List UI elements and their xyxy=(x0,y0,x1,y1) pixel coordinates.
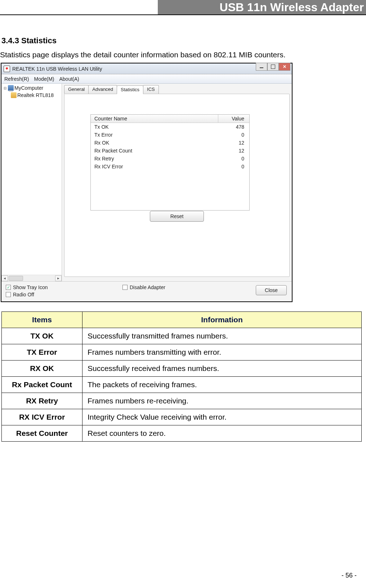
computer-icon xyxy=(8,85,14,91)
scroll-left-icon[interactable]: ◄ xyxy=(1,275,8,281)
tab-advanced[interactable]: Advanced xyxy=(88,85,117,94)
info-row: RX RetryFrames numbers re-receiving. xyxy=(2,393,362,409)
counter-row: Tx OK478 xyxy=(91,123,249,131)
counter-name: Rx Packet Count xyxy=(91,148,218,154)
info-row: TX OKSuccessfully transmitted frames num… xyxy=(2,328,362,344)
info-description: Successfully transmitted frames numbers. xyxy=(82,328,362,344)
counter-row: Rx OK12 xyxy=(91,139,249,147)
counter-name: Tx Error xyxy=(91,132,218,138)
info-item: TX Error xyxy=(2,344,82,361)
tab-statistics[interactable]: Statistics xyxy=(117,85,143,94)
section-heading: 3.4.3 Statistics xyxy=(0,36,366,45)
tab-ics[interactable]: ICS xyxy=(143,85,159,94)
minimize-button[interactable] xyxy=(256,63,267,71)
info-item: RX OK xyxy=(2,361,82,377)
counter-row: Rx ICV Error0 xyxy=(91,163,249,171)
counter-value: 0 xyxy=(218,164,249,169)
page-number: - 56 - xyxy=(342,572,357,579)
info-description: The packets of receiving frames. xyxy=(82,377,362,393)
info-item: TX OK xyxy=(2,328,82,344)
tree-collapse-icon[interactable]: ⊟ xyxy=(3,86,7,90)
checkbox-label: Disable Adapter xyxy=(130,284,165,290)
counter-table: Counter Name Value Tx OK478 Tx Error0 Rx… xyxy=(90,114,250,211)
info-description: Successfully received frames numbers. xyxy=(82,361,362,377)
window-close-button[interactable] xyxy=(279,63,290,71)
info-row: Reset CounterReset counters to zero. xyxy=(2,425,362,442)
info-row: TX ErrorFrames numbers transmitting with… xyxy=(2,344,362,361)
reset-button[interactable]: Reset xyxy=(150,211,204,222)
info-row: RX OKSuccessfully received frames number… xyxy=(2,361,362,377)
statistics-panel: Counter Name Value Tx OK478 Tx Error0 Rx… xyxy=(64,94,290,277)
info-item: RX Retry xyxy=(2,393,82,409)
checkbox-radio-off[interactable]: Radio Off xyxy=(6,292,48,297)
checkbox-icon[interactable] xyxy=(122,285,128,290)
section-description: Statistics page displays the detail coun… xyxy=(0,50,366,59)
info-header-items: Items xyxy=(2,312,82,328)
tree-item-adapter[interactable]: Realtek RTL818 xyxy=(3,92,62,99)
counter-table-header: Counter Name Value xyxy=(91,115,249,123)
info-item: Rx Packet Count xyxy=(2,377,82,393)
info-table: Items Information TX OKSuccessfully tran… xyxy=(1,311,362,442)
footer-bar: ✓ Show Tray Icon Radio Off Disable Adapt… xyxy=(1,281,292,301)
info-description: Integrity Check Value receiving with err… xyxy=(82,409,362,425)
scroll-right-icon[interactable]: ► xyxy=(55,275,62,281)
counter-row: Rx Packet Count12 xyxy=(91,147,249,155)
counter-value: 0 xyxy=(218,156,249,162)
counter-value: 0 xyxy=(218,132,249,138)
checkbox-label: Show Tray Icon xyxy=(13,284,48,290)
counter-name: Rx OK xyxy=(91,140,218,146)
window-titlebar[interactable]: REALTEK 11n USB Wireless LAN Utility xyxy=(1,63,292,74)
info-row: Rx Packet CountThe packets of receiving … xyxy=(2,377,362,393)
document-header-banner: USB 11n Wireless Adapter xyxy=(158,0,366,14)
info-row: RX ICV ErrorIntegrity Check Value receiv… xyxy=(2,409,362,425)
scroll-thumb[interactable] xyxy=(9,276,23,281)
column-header-name[interactable]: Counter Name xyxy=(91,115,218,123)
tree-label-computer: MyComputer xyxy=(14,85,43,91)
counter-value: 12 xyxy=(218,140,249,146)
column-header-value[interactable]: Value xyxy=(218,115,249,123)
menu-bar: Refresh(R) Mode(M) About(A) xyxy=(1,74,292,84)
device-tree-pane: ⊟ MyComputer Realtek RTL818 ◄ ► xyxy=(1,84,62,281)
counter-row: Rx Retry0 xyxy=(91,155,249,163)
counter-name: Rx Retry xyxy=(91,156,218,162)
checkbox-label: Radio Off xyxy=(13,292,34,297)
checkbox-icon[interactable] xyxy=(6,292,11,297)
info-description: Frames numbers re-receiving. xyxy=(82,393,362,409)
adapter-icon xyxy=(11,92,17,98)
tab-general[interactable]: General xyxy=(64,85,89,94)
tree-item-computer[interactable]: ⊟ MyComputer xyxy=(3,84,62,92)
info-description: Frames numbers transmitting with error. xyxy=(82,344,362,361)
counter-name: Tx OK xyxy=(91,124,218,130)
info-header-information: Information xyxy=(82,312,362,328)
tree-horizontal-scrollbar[interactable]: ◄ ► xyxy=(1,275,62,281)
info-description: Reset counters to zero. xyxy=(82,425,362,442)
tab-bar: General Advanced Statistics ICS xyxy=(62,84,292,94)
counter-row: Tx Error0 xyxy=(91,131,249,139)
menu-refresh[interactable]: Refresh(R) xyxy=(4,76,29,82)
menu-mode[interactable]: Mode(M) xyxy=(34,76,54,82)
menu-about[interactable]: About(A) xyxy=(59,76,79,82)
app-screenshot: REALTEK 11n USB Wireless LAN Utility Ref… xyxy=(1,63,293,302)
maximize-button[interactable] xyxy=(267,63,279,71)
info-item: RX ICV Error xyxy=(2,409,82,425)
checkbox-icon[interactable]: ✓ xyxy=(6,285,11,290)
checkbox-show-tray[interactable]: ✓ Show Tray Icon xyxy=(6,284,48,290)
app-icon xyxy=(4,66,10,72)
tree-label-adapter: Realtek RTL818 xyxy=(17,92,54,98)
window-title: REALTEK 11n USB Wireless LAN Utility xyxy=(12,66,102,72)
counter-value: 478 xyxy=(218,124,249,130)
counter-name: Rx ICV Error xyxy=(91,164,218,169)
checkbox-disable-adapter[interactable]: Disable Adapter xyxy=(122,284,165,290)
close-button[interactable]: Close xyxy=(256,285,287,295)
counter-value: 12 xyxy=(218,148,249,154)
header-rule xyxy=(0,14,366,15)
info-item: Reset Counter xyxy=(2,425,82,442)
